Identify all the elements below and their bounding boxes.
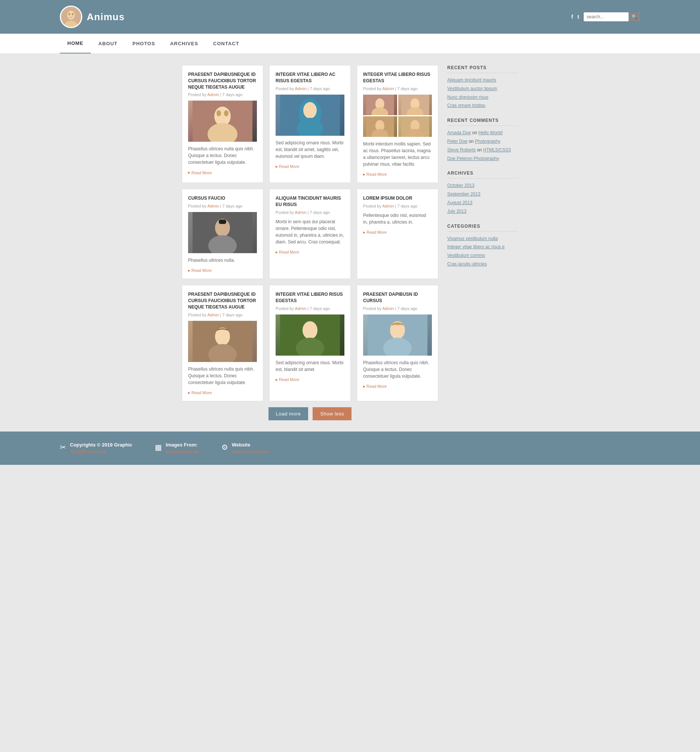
read-more-link[interactable]: Read More [276,377,299,382]
comment-link[interactable]: Doe Peteron Photography [447,156,499,161]
images-url[interactable]: www.wallcoo.net [166,449,199,454]
grid-image [363,95,397,115]
post-card: PRAESENT DAPIBUSNEQUE ID CURSUS FAUCIOIB… [182,285,263,401]
grid-image [398,116,432,137]
comment-item: Doe Peteron Photography [447,155,518,162]
images-icon: ▦ [155,443,162,452]
archive-link[interactable]: October 2013 [447,182,518,189]
comment-item: Amada Doe on Hello World! [447,130,518,136]
recent-post-link[interactable]: Aliquam tincidunt mauris [447,77,518,83]
sidebar: RECENT POSTS Aliquam tincidunt mauris Ve… [447,65,518,420]
read-more-link[interactable]: Read More [363,384,386,388]
comment-link[interactable]: Steve Roberts [447,147,476,152]
main-content: PRAESENT DAPIBUSNEQUE ID CURSUS FAUCIOIB… [182,54,518,432]
comment-link[interactable]: Amada Doe [447,130,471,135]
post-title: CURSUS FAUCIO [188,195,257,202]
pagination: Load more Show less [182,407,438,420]
comment-item: Peter Doe on Photography [447,138,518,145]
header: Animus f t 🔍 [0,0,700,34]
posts-grid: PRAESENT DAPIBUSNEQUE ID CURSUS FAUCIOIB… [182,65,438,401]
recent-post-link[interactable]: Vestibulum auctor lipsum [447,85,518,92]
facebook-icon[interactable]: f [571,14,573,20]
archives-title: ARCHIVES [447,171,518,179]
post-author[interactable]: Admin [382,204,394,208]
post-card: PRAESENT DAPIBUSN ID CURSUS Posted by Ad… [357,285,438,401]
category-link[interactable]: Vivamus vestibulum nulla [447,236,518,242]
comment-post-link[interactable]: Hello World! [478,130,503,135]
read-more-link[interactable]: Read More [188,390,212,395]
post-text: Morbi interdum mollis sapien. Sed ac ris… [363,141,432,168]
category-link[interactable]: Cras iaculis ultricies [447,261,518,267]
grid-image [363,116,397,137]
post-meta: Posted by Admin | 7 days ago [276,86,345,91]
post-card: INTEGER VITAE LIBERO RISUS EGESTAS Poste… [357,65,438,183]
archive-link[interactable]: July 2013 [447,208,518,214]
svg-point-10 [217,110,221,116]
post-meta: Posted by Admin | 7 days ago [276,210,345,214]
post-author[interactable]: Admin [295,306,306,311]
post-meta: Posted by Admin | 7 days ago [363,86,432,91]
read-more-link[interactable]: Read More [363,230,386,235]
post-image [363,314,432,356]
post-author[interactable]: Admin [207,312,219,317]
post-meta: Posted by Admin | 7 days ago [363,204,432,208]
images-title: Images From: [166,442,199,447]
search-input[interactable] [584,12,629,21]
svg-point-14 [303,102,317,118]
post-text: Phasellus ultrices nulla quis nibh. Quis… [188,366,257,386]
post-author[interactable]: Admin [207,204,219,208]
post-text: Phasellus ultrices nulla quis nibh. Quis… [188,146,257,166]
post-author[interactable]: Admin [295,210,306,214]
website-icon: ⚙ [221,443,228,452]
category-link[interactable]: Vestibulum commo [447,252,518,259]
archive-link[interactable]: August 2013 [447,200,518,206]
nav-about[interactable]: ABOUT [91,34,125,53]
website-url[interactable]: www.yourblog.com [232,449,270,454]
grid-image [398,95,432,115]
copyright-sub[interactable]: All rights reserved [70,449,106,454]
category-link[interactable]: Integer vitae libero ac risus e [447,244,518,250]
copyright-icon: ✂ [60,443,66,452]
post-title: INTEGER VITAE LIBERO AC RISUS EGESTAS [276,71,345,84]
nav-home[interactable]: HOME [60,34,91,53]
recent-post-link[interactable]: Nunc dignissim risus [447,94,518,101]
site-name: Animus [87,11,124,23]
read-more-link[interactable]: Read More [188,268,212,273]
comment-post-link[interactable]: HTML5/CSS3 [483,147,511,152]
footer-website: ⚙ Website www.yourblog.com [221,442,270,454]
archive-link[interactable]: September 2013 [447,191,518,197]
post-card: PRAESENT DAPIBUSNEQUE ID CURSUS FAUCIOIB… [182,65,263,183]
twitter-icon[interactable]: t [577,14,579,20]
search-button[interactable]: 🔍 [629,12,640,21]
categories-title: CATEGORIES [447,224,518,232]
nav-contact[interactable]: CONTACT [206,34,247,53]
archives-section: ARCHIVES October 2013 September 2013 Aug… [447,171,518,214]
footer-copyright: ✂ Copyrights © 2019 Graphic All rights r… [60,442,132,454]
comment-link[interactable]: Peter Doe [447,139,467,144]
post-author[interactable]: Admin [295,86,306,91]
nav-archives[interactable]: ARCHIVES [163,34,206,53]
post-text: Sed adipiscing ornare risus. Morbi est, … [276,140,345,160]
post-image [276,314,345,356]
post-image [276,95,345,136]
load-more-button[interactable]: Load more [269,407,309,420]
post-author[interactable]: Admin [382,306,394,311]
recent-comments-title: RECENT COMMENTS [447,118,518,126]
logo-avatar [60,6,82,28]
read-more-link[interactable]: Read More [276,164,299,169]
post-image [188,212,257,253]
header-right: f t 🔍 [571,12,640,21]
comment-post-link[interactable]: Photography [475,139,500,144]
read-more-link[interactable]: Read More [276,250,299,254]
post-meta: Posted by Admin | 7 days ago [188,92,257,97]
nav-photos[interactable]: PHOTOS [125,34,163,53]
show-less-button[interactable]: Show less [313,407,351,420]
svg-point-40 [303,322,317,336]
post-author[interactable]: Admin [207,92,219,97]
post-title: LOREM IPSUM DOLOR [363,195,432,202]
post-author[interactable]: Admin [382,86,394,91]
read-more-link[interactable]: Read More [188,171,212,175]
recent-posts-title: RECENT POSTS [447,65,518,73]
read-more-link[interactable]: Read More [363,172,386,177]
recent-post-link[interactable]: Cras ornare tristiqu [447,103,518,109]
